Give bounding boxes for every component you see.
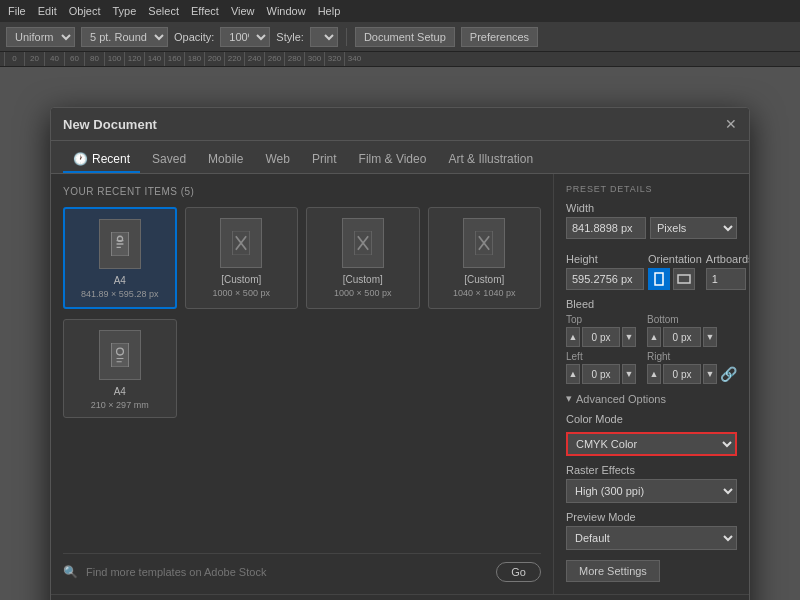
right-panel: PRESET DETAILS Width Pixels Inches Centi… <box>554 174 749 594</box>
menu-window[interactable]: Window <box>267 5 306 17</box>
tab-recent-label: Recent <box>92 152 130 166</box>
tab-art-illustration-label: Art & Illustration <box>448 152 533 166</box>
right-increment-button[interactable]: ▼ <box>703 364 717 384</box>
menu-edit[interactable]: Edit <box>38 5 57 17</box>
height-label: Height <box>566 253 644 265</box>
portrait-icon <box>654 272 664 286</box>
document-x-icon-1 <box>229 231 253 255</box>
raster-effects-label: Raster Effects <box>566 464 737 476</box>
bleed-bottom-input[interactable] <box>663 327 701 347</box>
color-mode-label: Color Mode <box>566 413 737 425</box>
left-decrement-button[interactable]: ▲ <box>566 364 580 384</box>
preset-icon-a4 <box>99 219 141 269</box>
bottom-increment-button[interactable]: ▼ <box>703 327 717 347</box>
search-input[interactable] <box>86 566 488 578</box>
tab-film-video[interactable]: Film & Video <box>349 147 437 173</box>
preset-card-custom-3[interactable]: [Custom]1040 × 1040 px <box>428 207 542 309</box>
preview-mode-select[interactable]: Default Pixel Overprint <box>566 526 737 550</box>
preset-icon-custom1 <box>220 218 262 268</box>
bleed-left-row: ▲ ▼ <box>566 364 643 384</box>
dialog-close-button[interactable]: ✕ <box>725 116 737 132</box>
tab-mobile[interactable]: Mobile <box>198 147 253 173</box>
preset-details-label: PRESET DETAILS <box>566 184 737 194</box>
orientation-portrait-button[interactable] <box>648 268 670 290</box>
chevron-down-icon: ▾ <box>566 392 572 405</box>
brush-select[interactable]: 5 pt. Round <box>81 27 168 47</box>
menu-help[interactable]: Help <box>318 5 341 17</box>
preset-card-custom-2[interactable]: [Custom]1000 × 500 px <box>306 207 420 309</box>
menu-view[interactable]: View <box>231 5 255 17</box>
tab-saved[interactable]: Saved <box>142 147 196 173</box>
more-settings-button[interactable]: More Settings <box>566 560 660 582</box>
search-icon: 🔍 <box>63 565 78 579</box>
bleed-right-row: ▲ ▼ <box>647 364 717 384</box>
ruler-tick: 260 <box>264 52 284 66</box>
style-select[interactable] <box>310 27 338 47</box>
menu-effect[interactable]: Effect <box>191 5 219 17</box>
dialog-footer: Create Close <box>51 594 749 600</box>
ruler-tick: 0 <box>4 52 24 66</box>
bleed-right-input[interactable] <box>663 364 701 384</box>
menu-bar: File Edit Object Type Select Effect View… <box>0 0 800 22</box>
height-input[interactable] <box>566 268 644 290</box>
ruler-tick: 20 <box>24 52 44 66</box>
bleed-top-field: Top ▲ ▼ <box>566 314 643 347</box>
bleed-label: Bleed <box>566 298 737 310</box>
left-increment-button[interactable]: ▼ <box>622 364 636 384</box>
menu-file[interactable]: File <box>8 5 26 17</box>
raster-effects-select[interactable]: High (300 ppi) Medium (150 ppi) Low (72 … <box>566 479 737 503</box>
ruler-tick: 340 <box>344 52 364 66</box>
preview-mode-label: Preview Mode <box>566 511 737 523</box>
go-button[interactable]: Go <box>496 562 541 582</box>
ruler-tick: 120 <box>124 52 144 66</box>
preset-name: A4841.89 × 595.28 px <box>81 274 158 301</box>
tab-print[interactable]: Print <box>302 147 347 173</box>
ruler-tick: 200 <box>204 52 224 66</box>
width-input[interactable] <box>566 217 646 239</box>
uniform-select[interactable]: Uniform <box>6 27 75 47</box>
width-label: Width <box>566 202 737 214</box>
right-decrement-button[interactable]: ▲ <box>647 364 661 384</box>
menu-object[interactable]: Object <box>69 5 101 17</box>
ruler-tick: 280 <box>284 52 304 66</box>
ruler-tick: 320 <box>324 52 344 66</box>
document-setup-button[interactable]: Document Setup <box>355 27 455 47</box>
advanced-options-label: Advanced Options <box>576 393 666 405</box>
document-portrait-icon-2 <box>108 343 132 367</box>
preset-card-custom-1[interactable]: [Custom]1000 × 500 px <box>185 207 299 309</box>
bleed-left-field: Left ▲ ▼ <box>566 351 643 384</box>
top-increment-button[interactable]: ▼ <box>622 327 636 347</box>
menu-select[interactable]: Select <box>148 5 179 17</box>
bottom-decrement-button[interactable]: ▲ <box>647 327 661 347</box>
bleed-left-input[interactable] <box>582 364 620 384</box>
bleed-top-input[interactable] <box>582 327 620 347</box>
preset-card-a4-portrait[interactable]: A4210 × 297 mm <box>63 319 177 419</box>
document-x-icon-2 <box>351 231 375 255</box>
top-decrement-button[interactable]: ▲ <box>566 327 580 347</box>
preset-card-a4-landscape[interactable]: A4841.89 × 595.28 px <box>63 207 177 309</box>
bleed-grid: Top ▲ ▼ Bottom ▲ <box>566 314 737 384</box>
bleed-section: Bleed Top ▲ ▼ Bottom <box>566 298 737 384</box>
opacity-select[interactable]: 100% <box>220 27 270 47</box>
tab-web[interactable]: Web <box>255 147 299 173</box>
tab-film-video-label: Film & Video <box>359 152 427 166</box>
recent-grid-row1: A4841.89 × 595.28 px [Custom]1000 × 500 … <box>63 207 541 309</box>
preset-name: A4210 × 297 mm <box>91 385 149 412</box>
unit-select[interactable]: Pixels Inches Centimeters Millimeters <box>650 217 737 239</box>
toolbar: Uniform 5 pt. Round Opacity: 100% Style:… <box>0 22 800 52</box>
svg-rect-13 <box>655 273 663 285</box>
tab-art-illustration[interactable]: Art & Illustration <box>438 147 543 173</box>
svg-rect-14 <box>678 275 690 283</box>
chain-link-icon[interactable]: 🔗 <box>720 366 737 382</box>
orientation-landscape-button[interactable] <box>673 268 695 290</box>
menu-type[interactable]: Type <box>113 5 137 17</box>
artboards-input[interactable] <box>706 268 746 290</box>
ruler-tick: 140 <box>144 52 164 66</box>
preferences-button[interactable]: Preferences <box>461 27 538 47</box>
ruler-tick: 40 <box>44 52 64 66</box>
tab-recent[interactable]: 🕐 Recent <box>63 147 140 173</box>
advanced-options-toggle[interactable]: ▾ Advanced Options <box>566 392 737 405</box>
tab-saved-label: Saved <box>152 152 186 166</box>
color-mode-select[interactable]: CMYK Color RGB Color <box>566 432 737 456</box>
landscape-icon <box>677 274 691 284</box>
